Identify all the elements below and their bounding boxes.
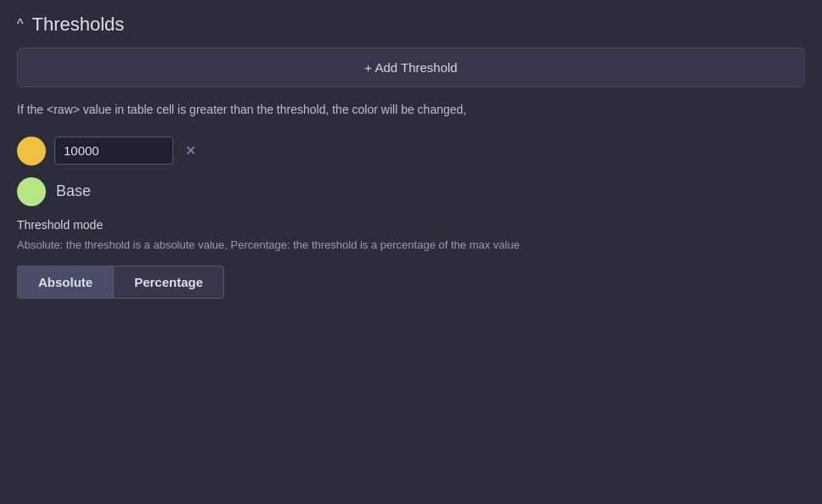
section-title: Thresholds (32, 14, 125, 36)
threshold-color-swatch-yellow[interactable] (17, 137, 46, 165)
threshold-mode-title: Threshold mode (17, 218, 805, 232)
threshold-description: If the <raw> value in table cell is grea… (17, 101, 805, 120)
threshold-color-swatch-green[interactable] (17, 177, 46, 206)
add-threshold-button[interactable]: + Add Threshold (17, 48, 805, 87)
threshold-mode-section: Threshold mode Absolute: the threshold i… (17, 218, 805, 299)
remove-threshold-icon[interactable]: ✕ (182, 141, 200, 161)
section-header: ^ Thresholds (17, 14, 805, 36)
percentage-mode-button[interactable]: Percentage (113, 266, 224, 299)
base-label: Base (56, 182, 91, 200)
thresholds-section: ^ Thresholds + Add Threshold If the <raw… (17, 14, 805, 299)
chevron-icon[interactable]: ^ (17, 17, 24, 32)
threshold-value-input[interactable] (54, 137, 173, 165)
threshold-row-base: Base (17, 177, 805, 206)
absolute-mode-button[interactable]: Absolute (17, 266, 113, 299)
mode-button-group: Absolute Percentage (17, 266, 805, 299)
threshold-row-1: ✕ (17, 137, 805, 165)
threshold-mode-description: Absolute: the threshold is a absolute va… (17, 237, 805, 254)
